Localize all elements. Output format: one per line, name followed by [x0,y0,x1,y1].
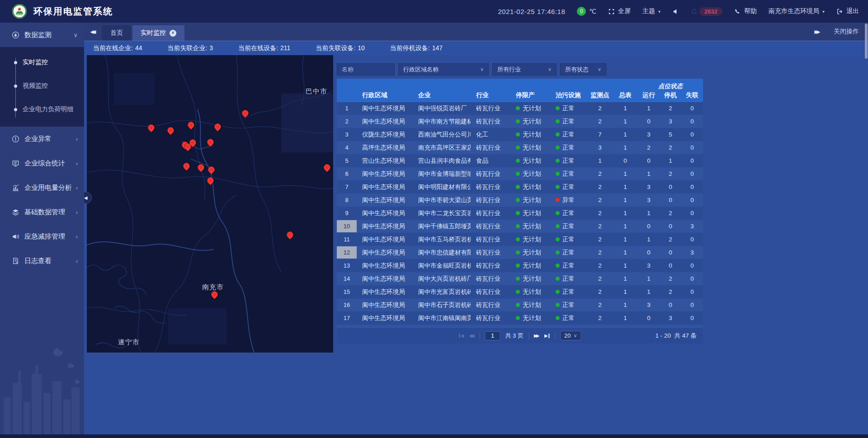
status-dot-icon [556,198,560,202]
sidebar-item[interactable]: 数据监测∨ [0,23,84,47]
halted-cell: 2 [660,210,681,217]
industry-cell: 砖瓦行业 [471,222,510,231]
next-page-button[interactable]: ▶▶ [534,334,539,338]
temperature-unit: ℃ [589,8,596,15]
table-row[interactable]: 10阆中生态环境局阆中千佛镇五郎垭页岩砖瓦行业无计划正常21003 [337,220,703,232]
sidebar-item[interactable]: 基础数据管理‹ [0,200,84,224]
row-number: 9 [337,207,357,219]
table-row[interactable]: 11阆中生态环境局阆中市五马桥页岩机砖砖瓦行业无计划正常21120 [337,233,703,245]
facility-status-cell: 正常 [550,222,587,231]
stop-plan-cell: 无计划 [510,275,550,283]
first-page-button[interactable]: ◀ [458,334,464,338]
table-row[interactable]: 2阆中生态环境局阆中市南方节能建材有砖瓦行业无计划正常21030 [337,115,703,127]
sidebar-item[interactable]: 企业用电量分析‹ [0,175,84,200]
table-row[interactable]: 15阆中生态环境局阆中市光富页岩机砖厂砖瓦行业无计划正常21120 [337,286,703,298]
table-row[interactable]: 16阆中生态环境局阆中市石子页岩机砖厂砖瓦行业无计划正常21300 [337,299,703,311]
page-number-input[interactable] [485,331,500,340]
caret-down-icon: ▾ [658,9,660,14]
tab-home[interactable]: 首页 [102,25,131,41]
points-cell: 2 [587,197,613,203]
map-city-label: 巴中市 [306,87,327,96]
filter-bar: 行政区域名称 ∨ 所有行业 ∨ 所有状态 ∨ [337,63,703,75]
sidebar-item[interactable]: 企业异常‹ [0,127,84,151]
stop-plan-cell: 无计划 [510,209,550,217]
table-row[interactable]: 1阆中生态环境局阆中强锐页岩砖厂砖瓦行业无计划正常21120 [337,102,703,114]
running-cell: 0 [638,157,660,164]
stat-label: 当前停机设备: [390,44,430,52]
stop-plan-cell: 无计划 [510,131,550,139]
close-operations-button[interactable]: 关闭操作 [834,28,859,36]
top-header: 环保用电监管系统 2021-02-25 17:46:18 0 ℃ 全屏 主题 ▾ [0,0,868,23]
status-dot-icon [556,277,560,281]
table-row[interactable]: 17阆中生态环境局阆中市江南镇阆南页岩砖瓦行业无计划正常21030 [337,312,703,324]
lost-cell: 0 [681,262,703,269]
status-filter-select[interactable]: 所有状态 ∨ [560,63,606,75]
prev-page-button[interactable]: ◀◀ [469,334,474,338]
table-row[interactable]: 4高坪生态环境局南充市高坪区王家店建砖瓦行业无计划正常31220 [337,141,703,154]
table-row[interactable]: 13阆中生态环境局阆中市金福旺页岩机砖砖瓦行业无计划正常21300 [337,259,703,272]
industry-filter-select[interactable]: 所有行业 ∨ [492,63,557,75]
tabs-scroll-right-icon[interactable]: ▶▶ [808,23,826,41]
org-menu-button[interactable]: 南充市生态环境局 ▾ [769,7,825,15]
region-cell: 高坪生态环境局 [357,144,413,152]
table-row[interactable]: 14阆中生态环境局阆中大兴页岩机砖厂砖瓦行业无计划正常21120 [337,273,703,285]
city-skyline-illustration [0,343,84,438]
logout-button[interactable]: 退出 [836,7,859,15]
sound-toggle-button[interactable] [672,8,679,15]
row-number: 10 [337,220,357,232]
meters-cell: 1 [613,105,638,112]
tab-close-icon[interactable]: × [170,30,176,37]
company-cell: 阆中市枣碧大梁山页岩 [413,196,471,204]
status-dot-icon [516,211,520,215]
notifications-button[interactable]: 2632 [691,7,722,16]
sidebar-item[interactable]: 应急减排管理‹ [0,224,84,249]
main-content: ◀ [84,55,868,438]
last-page-button[interactable]: ▶ [544,334,550,338]
lost-cell: 0 [681,197,703,203]
facility-status-cell: 正常 [550,157,587,165]
name-filter-input[interactable] [337,63,395,75]
table-row[interactable]: 5营山生态环境局营山县润丰肉食品有限食品无计划正常10010 [337,155,703,167]
temperature-indicator: 0 ℃ [577,7,596,16]
table-row[interactable]: 12阆中生态环境局阆中市忠信建材有限公砖瓦行业无计划正常21003 [337,246,703,259]
halted-cell: 5 [660,131,681,138]
sidebar-item[interactable]: 日志查看‹ [0,249,84,273]
lost-cell: 0 [681,105,703,112]
theme-menu-button[interactable]: 主题 ▾ [642,7,660,15]
sidebar-item[interactable]: 企业综合统计‹ [0,151,84,175]
table-row[interactable]: 6阆中生态环境局阆中市金博瑞新型墙材砖瓦行业无计划正常21120 [337,168,703,180]
region-cell: 阆中生态环境局 [357,104,413,113]
help-button[interactable]: 帮助 [734,7,757,15]
table-row[interactable]: 9阆中生态环境局阆中市二龙长宝页岩砖砖瓦行业无计划正常21120 [337,207,703,219]
tab-realtime-monitor[interactable]: 实时监控 × [132,25,184,41]
status-dot-icon [516,159,520,163]
tabs-scroll-left-icon[interactable]: ◀◀ [84,23,102,41]
sidebar-subitem[interactable]: 实时监控 [0,51,84,74]
status-dot-icon [556,303,560,307]
company-cell: 阆中市江南镇阆南页岩 [413,314,471,322]
sidebar-subitem[interactable]: 企业电力负荷明细 [0,98,84,121]
stat-item: 当前停机设备:147 [390,44,443,52]
region-filter-select[interactable]: 行政区域名称 ∨ [398,63,489,75]
sidebar-subitem[interactable]: 视频监控 [0,74,84,98]
stop-plan-cell: 无计划 [510,183,550,191]
map-panel[interactable]: 巴中市南充市遂宁市 [87,55,333,353]
chevron-down-icon: ∨ [574,333,577,339]
facility-status-cell: 正常 [550,183,587,191]
company-cell: 营山县润丰肉食品有限 [413,157,471,165]
industry-cell: 砖瓦行业 [471,183,510,191]
scrollbar-thumb[interactable] [865,24,868,59]
table-row[interactable]: 3仪陇生态环境局西南油气田分公司川中化工无计划正常71350 [337,128,703,141]
status-dot-icon [516,316,520,320]
points-cell: 2 [587,118,613,125]
page-size-select[interactable]: 20 ∨ [560,331,581,340]
stat-value: 211 [280,44,290,52]
industry-cell: 砖瓦行业 [471,170,510,178]
company-cell: 南充市高坪区王家店建 [413,144,471,152]
chevron-down-icon: ∨ [548,66,552,72]
table-row[interactable]: 8阆中生态环境局阆中市枣碧大梁山页岩砖瓦行业无计划异常21300 [337,194,703,206]
region-cell: 阆中生态环境局 [357,183,413,191]
points-cell: 2 [587,249,613,256]
fullscreen-button[interactable]: 全屏 [608,7,631,15]
table-row[interactable]: 7阆中生态环境局阆中明阳建材有限公司砖瓦行业无计划正常21300 [337,181,703,193]
